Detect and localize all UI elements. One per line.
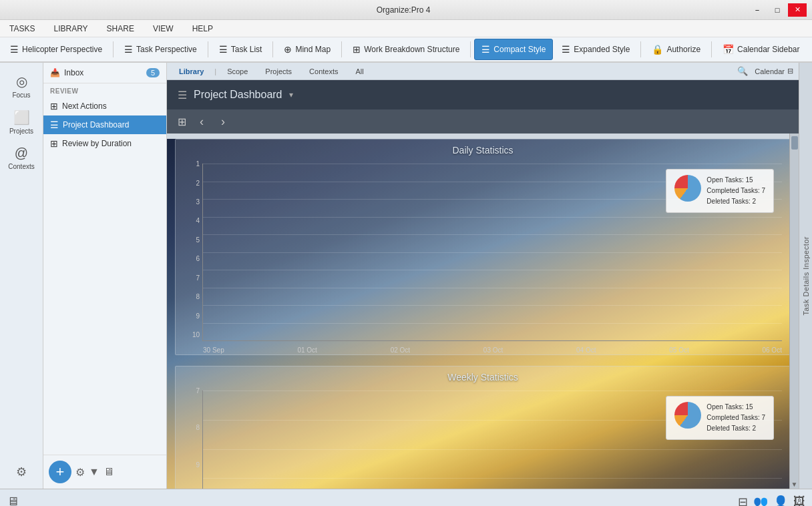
dashboard-dropdown-arrow[interactable]: ▾ [289,90,293,99]
toolbar-separator-7 [711,41,712,57]
menu-share[interactable]: SHARE [97,21,144,36]
nav-spacer [43,153,166,455]
grid-view-icon[interactable]: ⊞ [178,115,186,128]
authorize-label: Authorize [666,45,700,54]
mind-map-icon: ⊕ [284,44,292,55]
add-button[interactable]: + [49,461,71,483]
tab-all[interactable]: All [349,65,371,77]
x-label-05oct: 05 Oct [669,346,688,354]
main-layout: ◎ Focus ⬜ Projects @ Contexts ⚙ 📥 Inbox … [0,63,812,489]
inspector-label: Task Details Inspector [802,236,810,316]
calendar-label: Calendar [755,67,785,75]
calendar-sidebar-button[interactable]: 📅 Calendar Sidebar [715,39,807,60]
scroll-thumb[interactable] [791,136,798,150]
settings-icon[interactable]: ⚙ [13,462,29,482]
minimize-button[interactable]: − [748,3,767,17]
authorize-button[interactable]: 🔒 Authorize [644,39,708,60]
weekly-y-axis: 10 9 8 7 [184,388,200,489]
deleted-tasks-legend: Deleted Tasks: 2 [706,196,765,207]
toolbar: ☰ Helicopter Perspective ☰ Task Perspect… [0,37,812,63]
nav-screen-icon[interactable]: 🖥 [104,466,114,478]
projects-icon: ⬜ [13,109,30,125]
x-label-30sep: 30 Sep [203,346,224,354]
y-label-3: 3 [184,199,200,206]
menu-bar: TASKS LIBRARY SHARE VIEW HELP [0,20,812,37]
expanded-style-label: Expanded Style [574,45,630,54]
x-label-03oct: 03 Oct [483,346,503,354]
tab-library[interactable]: Library [172,65,210,77]
y-label-9: 9 [184,313,200,320]
daily-chart-title: Daily Statistics [176,140,790,161]
dashboard-title-bar: ☰ Project Dashboard ▾ [167,80,799,109]
helicopter-perspective-button[interactable]: ☰ Helicopter Perspective [3,39,110,60]
compact-style-button[interactable]: ☰ Compact Style [474,39,553,60]
wbs-button[interactable]: ⊞ Work Breakdown Structure [345,39,467,60]
task-list-icon: ☰ [219,44,228,55]
menu-tasks[interactable]: TASKS [0,21,44,36]
compact-style-label: Compact Style [493,45,546,54]
nav-review-by-duration[interactable]: ⊞ Review by Duration [43,134,166,153]
nav-project-dashboard[interactable]: ☰ Project Dashboard [43,115,166,134]
maximize-button[interactable]: □ [768,3,787,17]
mind-map-label: Mind Map [295,45,331,54]
menu-library[interactable]: LIBRARY [44,21,97,36]
y-label-4: 4 [184,218,200,224]
toolbar-separator [113,41,114,57]
weekly-statistics-chart: Weekly Statistics 10 9 8 7 [175,366,791,489]
toolbar-separator-3 [272,41,273,57]
charts-scroll: Daily Statistics 10 9 8 7 6 5 4 [167,134,799,489]
menu-view[interactable]: VIEW [144,21,183,36]
task-list-button[interactable]: ☰ Task List [212,39,270,60]
w-y-label-8: 8 [184,425,200,431]
tab-scope[interactable]: Scope [220,65,254,77]
daily-plot-area: 30 Sep 01 Oct 02 Oct 03 Oct 04 Oct 05 Oc… [202,164,782,341]
calendar-sidebar-icon: 📅 [723,44,734,55]
sidebar-focus[interactable]: ◎ Focus [3,69,40,103]
wbs-label: Work Breakdown Structure [364,45,459,54]
bottom-photo-icon[interactable]: 🖼 [793,495,805,506]
calendar-toggle-icon: ⊟ [787,67,793,75]
calendar-button[interactable]: Calendar ⊟ [755,67,793,75]
sidebar-contexts[interactable]: @ Contexts [3,142,40,174]
daily-x-labels: 30 Sep 01 Oct 02 Oct 03 Oct 04 Oct 05 Oc… [203,346,782,354]
toolbar-separator-5 [470,41,471,57]
contexts-icon: @ [15,146,28,161]
title-bar: Organize:Pro 4 − □ ✕ [0,0,812,20]
expanded-style-button[interactable]: ☰ Expanded Style [554,39,637,60]
nav-next-actions[interactable]: ⊞ Next Actions [43,97,166,115]
sidebar-projects[interactable]: ⬜ Projects [3,105,40,139]
menu-help[interactable]: HELP [183,21,222,36]
scroll-down-arrow[interactable]: ▼ [791,481,798,487]
charts-background: Daily Statistics 10 9 8 7 6 5 4 [167,139,799,489]
nav-settings-icon[interactable]: ⚙ [75,466,85,479]
inbox-item[interactable]: 📥 Inbox 5 [43,63,166,83]
next-button[interactable]: › [217,113,229,130]
review-by-duration-label: Review by Duration [62,139,132,148]
task-perspective-button[interactable]: ☰ Task Perspective [117,39,204,60]
tab-contexts[interactable]: Contexts [302,65,345,77]
mind-map-button[interactable]: ⊕ Mind Map [276,39,338,60]
next-actions-label: Next Actions [62,101,107,111]
bottom-screen-icon[interactable]: 🖥 [7,495,19,506]
project-dashboard-label: Project Dashboard [63,120,129,130]
scrollbar[interactable]: ▼ [789,134,799,489]
open-tasks-legend: Open Tasks: 15 [706,175,765,186]
bottom-people-icon[interactable]: 👥 [753,495,768,507]
inbox-label: Inbox [64,68,142,77]
toolbar-separator-4 [341,41,342,57]
close-button[interactable]: ✕ [788,3,807,17]
review-by-duration-icon: ⊞ [50,138,58,149]
prev-button[interactable]: ‹ [196,113,208,130]
helicopter-label: Helicopter Perspective [22,45,102,54]
bottom-person-icon[interactable]: 👤 [773,495,788,507]
bottom-monitor-icon[interactable]: ⊟ [738,495,748,507]
search-button[interactable]: 🔍 [735,65,751,77]
task-list-label: Task List [231,45,262,54]
nav-expand-icon[interactable]: ▼ [89,466,99,478]
tab-projects[interactable]: Projects [258,65,298,77]
authorize-icon: 🔒 [652,44,663,55]
weekly-chart-body: 10 9 8 7 [176,388,790,489]
weekly-deleted-tasks-legend: Deleted Tasks: 2 [706,423,765,434]
window-controls: − □ ✕ [748,3,807,17]
y-label-5: 5 [184,237,200,244]
